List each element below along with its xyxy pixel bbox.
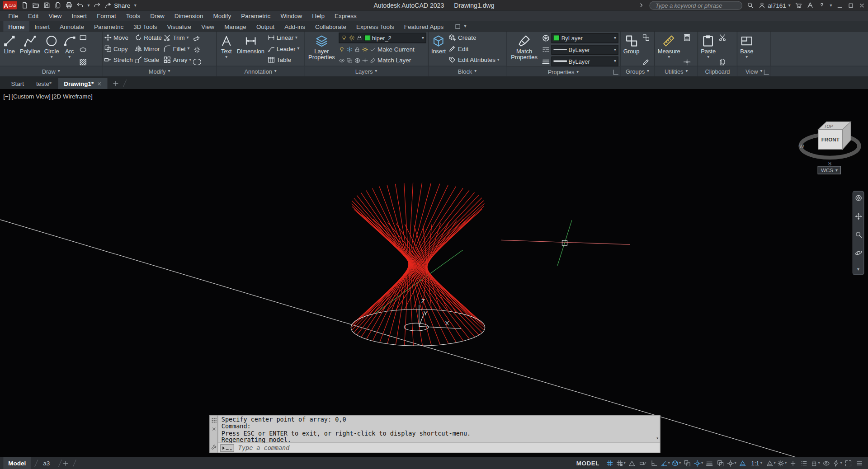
layer-walk-icon[interactable] [362,57,368,63]
plot-button[interactable] [65,2,72,9]
layer-isolate-icon[interactable] [339,57,344,63]
menu-item[interactable]: Modify [208,13,236,19]
cut-icon[interactable] [718,34,726,42]
viewport-control[interactable]: [2D Wireframe] [52,93,93,100]
search-input[interactable] [654,1,737,9]
modify-panel-footer[interactable]: Modify [103,66,217,76]
close-button[interactable] [859,2,865,9]
autocad-logo[interactable]: ACAD [3,1,17,9]
base-view-button[interactable]: Base [739,33,755,60]
linetype-dropdown[interactable]: ByLayer [552,45,618,55]
object-color-icon[interactable] [542,34,550,42]
layer-unisolate-icon[interactable] [347,57,353,63]
make-current-button[interactable]: Make Current [377,46,415,53]
viewcube-front-label[interactable]: FRONT [821,136,840,142]
ribbon-tab[interactable]: Collaborate [310,21,351,32]
mirror-button[interactable]: Mirror [134,44,162,54]
menu-item[interactable]: Window [275,13,307,19]
dimension-button[interactable]: Dimension [236,33,266,55]
table-button[interactable]: Table [267,55,299,65]
ribbon-tab[interactable]: View [196,21,219,32]
annotation-monitor[interactable] [788,458,798,468]
quick-calculator-icon[interactable] [683,34,691,42]
store-cart-icon[interactable] [795,2,802,9]
clean-screen[interactable] [843,458,854,468]
menu-item[interactable]: Dimension [170,13,208,19]
pan-icon[interactable] [854,212,862,220]
model-space-toggle[interactable]: MODEL [572,460,604,467]
zoom-icon[interactable] [854,231,862,239]
menu-item[interactable]: Parametric [236,13,275,19]
undo-chevron-icon[interactable] [87,3,90,8]
stretch-button[interactable]: Stretch [104,55,133,65]
match-layer-button[interactable]: Match Layer [377,57,411,64]
properties-panel-footer[interactable]: Properties [506,66,620,76]
share-button[interactable]: Share [104,2,130,9]
dynamic-input-toggle[interactable] [637,458,648,468]
draw-panel-footer[interactable]: Draw [0,66,102,76]
lock-ui[interactable] [810,458,820,468]
command-input[interactable] [237,444,657,452]
search-icon[interactable] [747,2,754,9]
leader-button[interactable]: Leader [267,44,299,54]
autoscale-toggle[interactable] [765,458,776,468]
ribbon-tab[interactable]: Express Tools [351,21,399,32]
object-color-dropdown[interactable]: ByLayer [552,33,618,43]
move-button[interactable]: Move [104,33,133,42]
minimize-button[interactable] [836,2,843,9]
ribbon-display-toggle-icon[interactable] [454,23,462,30]
rectangle-icon[interactable] [79,34,87,42]
viewcube-top-label[interactable]: TOP [823,124,834,129]
isolate-objects[interactable] [821,458,831,468]
utilities-panel-footer[interactable]: Utilities [655,66,698,76]
layer-thaw-all-icon[interactable] [362,46,368,52]
qat-customize-chevron[interactable] [134,3,137,8]
array-button[interactable]: Array [164,55,192,65]
undo-button[interactable] [76,2,84,9]
ribbon-tab[interactable]: Visualize [162,21,196,32]
copy-button[interactable]: Copy [104,44,133,54]
ribbon-tab[interactable]: Home [3,21,29,32]
dialog-launcher-icon[interactable] [764,70,769,75]
layer-dropdown[interactable]: hiper_2 [339,33,426,43]
scroll-down-icon[interactable] [656,431,659,442]
fillet-button[interactable]: Fillet [164,44,192,54]
customize-command-icon[interactable] [211,444,217,450]
new-layout-button[interactable] [62,460,69,467]
navbar-chevron-icon[interactable] [857,267,859,272]
viewport-control[interactable]: [Custom View] [11,93,51,100]
graphics-performance[interactable] [832,458,842,468]
layer-off-icon[interactable] [339,46,344,52]
polar-tracking-toggle[interactable] [660,458,670,468]
join-icon[interactable] [193,58,201,66]
paste-button[interactable]: Paste [700,33,717,60]
menu-item[interactable]: Help [307,13,330,19]
menu-item[interactable]: View [43,13,66,19]
trim-button[interactable]: Trim [164,33,192,42]
lineweight-display-toggle[interactable] [704,458,714,468]
explode-icon[interactable] [193,46,201,54]
account-menu[interactable]: al7161 [758,2,790,9]
lineweight-dropdown[interactable]: ByLayer [552,56,618,66]
clipboard-panel-footer[interactable]: Clipboard [698,66,737,76]
close-tab-icon[interactable] [97,81,102,86]
compass-west-label[interactable]: W [799,144,804,149]
dialog-launcher-icon[interactable] [613,70,618,75]
layer-freeze-icon[interactable] [347,46,353,52]
isometric-drafting-toggle[interactable] [671,458,681,468]
group-edit-icon[interactable] [642,58,650,66]
lineweight-icon[interactable] [542,57,550,65]
quick-properties-toggle[interactable] [799,458,809,468]
ortho-mode-toggle[interactable] [649,458,659,468]
menu-item[interactable]: Edit [23,13,43,19]
drawing-area[interactable]: ZYX [−][Custom View][2D Wireframe] W S T… [0,89,868,457]
help-icon[interactable] [818,2,826,9]
file-tab[interactable]: Start [5,78,29,89]
menu-item[interactable]: Draw [145,13,169,19]
file-tab[interactable]: teste* [31,78,57,89]
rotate-button[interactable]: Rotate [134,33,162,42]
layout-tab-a3[interactable]: a3 [38,457,55,469]
maximize-button[interactable] [848,2,854,9]
collapse-search-icon[interactable] [638,2,645,9]
ribbon-tab[interactable]: Insert [29,21,55,32]
